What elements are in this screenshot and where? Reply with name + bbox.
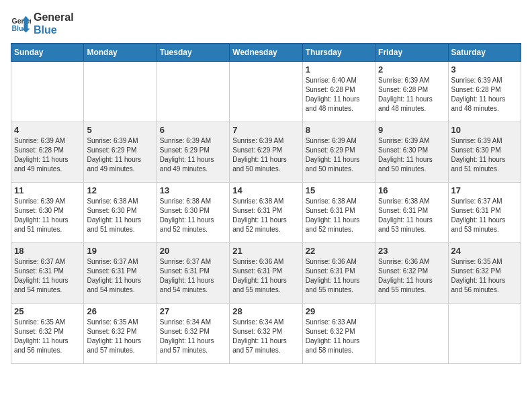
day-info: Sunrise: 6:37 AMSunset: 6:31 PMDaylight:… bbox=[87, 257, 153, 295]
day-number: 6 bbox=[160, 125, 226, 135]
calendar-cell: 19Sunrise: 6:37 AMSunset: 6:31 PMDayligh… bbox=[84, 243, 157, 304]
calendar-cell: 16Sunrise: 6:38 AMSunset: 6:31 PMDayligh… bbox=[375, 183, 448, 243]
calendar-cell: 10Sunrise: 6:39 AMSunset: 6:30 PMDayligh… bbox=[448, 122, 521, 183]
logo-text-line1: General bbox=[34, 11, 74, 24]
day-info: Sunrise: 6:39 AMSunset: 6:28 PMDaylight:… bbox=[378, 76, 445, 113]
calendar-cell: 29Sunrise: 6:33 AMSunset: 6:32 PMDayligh… bbox=[302, 304, 375, 364]
calendar-cell: 1Sunrise: 6:40 AMSunset: 6:28 PMDaylight… bbox=[302, 62, 375, 122]
calendar-header-row: SundayMondayTuesdayWednesdayThursdayFrid… bbox=[11, 44, 521, 62]
day-info: Sunrise: 6:39 AMSunset: 6:28 PMDaylight:… bbox=[14, 136, 81, 174]
calendar-cell: 25Sunrise: 6:35 AMSunset: 6:32 PMDayligh… bbox=[11, 304, 84, 364]
day-number: 24 bbox=[451, 246, 518, 256]
day-number: 16 bbox=[378, 185, 445, 195]
day-info: Sunrise: 6:39 AMSunset: 6:30 PMDaylight:… bbox=[14, 197, 81, 234]
calendar-cell: 6Sunrise: 6:39 AMSunset: 6:29 PMDaylight… bbox=[157, 122, 229, 183]
day-number: 17 bbox=[451, 185, 518, 195]
calendar-cell bbox=[230, 62, 302, 122]
calendar-cell: 9Sunrise: 6:39 AMSunset: 6:30 PMDaylight… bbox=[375, 122, 448, 183]
day-info: Sunrise: 6:38 AMSunset: 6:31 PMDaylight:… bbox=[306, 197, 372, 234]
header-monday: Monday bbox=[84, 44, 157, 62]
day-number: 15 bbox=[306, 185, 372, 195]
day-number: 10 bbox=[451, 125, 518, 135]
calendar-table: SundayMondayTuesdayWednesdayThursdayFrid… bbox=[11, 43, 521, 364]
day-number: 1 bbox=[306, 64, 372, 75]
header-tuesday: Tuesday bbox=[157, 44, 229, 62]
calendar-cell: 4Sunrise: 6:39 AMSunset: 6:28 PMDaylight… bbox=[11, 122, 84, 183]
day-info: Sunrise: 6:39 AMSunset: 6:28 PMDaylight:… bbox=[451, 76, 518, 113]
calendar-cell bbox=[375, 304, 448, 364]
logo: General Blue General Blue bbox=[11, 11, 74, 36]
calendar-cell: 14Sunrise: 6:38 AMSunset: 6:31 PMDayligh… bbox=[230, 183, 302, 243]
calendar-cell: 17Sunrise: 6:37 AMSunset: 6:31 PMDayligh… bbox=[448, 183, 521, 243]
logo-text-line2: Blue bbox=[34, 24, 74, 36]
day-number: 13 bbox=[160, 185, 226, 195]
logo-icon: General Blue bbox=[11, 13, 31, 34]
day-number: 19 bbox=[87, 246, 153, 256]
day-info: Sunrise: 6:38 AMSunset: 6:30 PMDaylight:… bbox=[160, 197, 226, 234]
day-info: Sunrise: 6:36 AMSunset: 6:31 PMDaylight:… bbox=[232, 257, 299, 295]
day-info: Sunrise: 6:35 AMSunset: 6:32 PMDaylight:… bbox=[14, 318, 81, 355]
calendar-cell: 15Sunrise: 6:38 AMSunset: 6:31 PMDayligh… bbox=[302, 183, 375, 243]
calendar-cell: 20Sunrise: 6:37 AMSunset: 6:31 PMDayligh… bbox=[157, 243, 229, 304]
page-header: General Blue General Blue bbox=[11, 11, 521, 36]
day-info: Sunrise: 6:39 AMSunset: 6:30 PMDaylight:… bbox=[378, 136, 445, 174]
header-sunday: Sunday bbox=[11, 44, 84, 62]
day-info: Sunrise: 6:35 AMSunset: 6:32 PMDaylight:… bbox=[87, 318, 153, 355]
calendar-cell: 8Sunrise: 6:39 AMSunset: 6:29 PMDaylight… bbox=[302, 122, 375, 183]
day-number: 25 bbox=[14, 306, 81, 316]
calendar-cell bbox=[157, 62, 229, 122]
day-info: Sunrise: 6:37 AMSunset: 6:31 PMDaylight:… bbox=[14, 257, 81, 295]
day-info: Sunrise: 6:39 AMSunset: 6:29 PMDaylight:… bbox=[87, 136, 153, 174]
day-number: 8 bbox=[306, 125, 372, 135]
day-info: Sunrise: 6:39 AMSunset: 6:29 PMDaylight:… bbox=[306, 136, 372, 174]
day-info: Sunrise: 6:36 AMSunset: 6:31 PMDaylight:… bbox=[306, 257, 372, 295]
day-number: 18 bbox=[14, 246, 81, 256]
day-info: Sunrise: 6:37 AMSunset: 6:31 PMDaylight:… bbox=[451, 197, 518, 234]
header-friday: Friday bbox=[375, 44, 448, 62]
day-info: Sunrise: 6:39 AMSunset: 6:29 PMDaylight:… bbox=[160, 136, 226, 174]
calendar-cell: 24Sunrise: 6:35 AMSunset: 6:32 PMDayligh… bbox=[448, 243, 521, 304]
day-info: Sunrise: 6:40 AMSunset: 6:28 PMDaylight:… bbox=[306, 76, 372, 113]
calendar-week-row: 25Sunrise: 6:35 AMSunset: 6:32 PMDayligh… bbox=[11, 304, 521, 364]
day-info: Sunrise: 6:38 AMSunset: 6:31 PMDaylight:… bbox=[232, 197, 299, 234]
calendar-cell bbox=[84, 62, 157, 122]
calendar-week-row: 18Sunrise: 6:37 AMSunset: 6:31 PMDayligh… bbox=[11, 243, 521, 304]
calendar-cell: 2Sunrise: 6:39 AMSunset: 6:28 PMDaylight… bbox=[375, 62, 448, 122]
day-info: Sunrise: 6:36 AMSunset: 6:32 PMDaylight:… bbox=[378, 257, 445, 295]
calendar-cell: 7Sunrise: 6:39 AMSunset: 6:29 PMDaylight… bbox=[230, 122, 302, 183]
day-number: 29 bbox=[306, 306, 372, 316]
day-number: 27 bbox=[160, 306, 226, 316]
calendar-cell: 26Sunrise: 6:35 AMSunset: 6:32 PMDayligh… bbox=[84, 304, 157, 364]
header-thursday: Thursday bbox=[302, 44, 375, 62]
calendar-cell: 28Sunrise: 6:34 AMSunset: 6:32 PMDayligh… bbox=[230, 304, 302, 364]
calendar-cell: 5Sunrise: 6:39 AMSunset: 6:29 PMDaylight… bbox=[84, 122, 157, 183]
calendar-cell bbox=[11, 62, 84, 122]
day-number: 22 bbox=[306, 246, 372, 256]
day-info: Sunrise: 6:37 AMSunset: 6:31 PMDaylight:… bbox=[160, 257, 226, 295]
calendar-week-row: 11Sunrise: 6:39 AMSunset: 6:30 PMDayligh… bbox=[11, 183, 521, 243]
calendar-week-row: 1Sunrise: 6:40 AMSunset: 6:28 PMDaylight… bbox=[11, 62, 521, 122]
header-saturday: Saturday bbox=[448, 44, 521, 62]
day-info: Sunrise: 6:33 AMSunset: 6:32 PMDaylight:… bbox=[306, 318, 372, 355]
calendar-cell: 27Sunrise: 6:34 AMSunset: 6:32 PMDayligh… bbox=[157, 304, 229, 364]
calendar-cell: 13Sunrise: 6:38 AMSunset: 6:30 PMDayligh… bbox=[157, 183, 229, 243]
day-number: 7 bbox=[232, 125, 299, 135]
day-number: 9 bbox=[378, 125, 445, 135]
day-number: 5 bbox=[87, 125, 153, 135]
day-number: 26 bbox=[87, 306, 153, 316]
header-wednesday: Wednesday bbox=[230, 44, 302, 62]
day-number: 28 bbox=[232, 306, 299, 316]
calendar-cell: 3Sunrise: 6:39 AMSunset: 6:28 PMDaylight… bbox=[448, 62, 521, 122]
day-number: 4 bbox=[14, 125, 81, 135]
calendar-cell bbox=[448, 304, 521, 364]
day-info: Sunrise: 6:38 AMSunset: 6:30 PMDaylight:… bbox=[87, 197, 153, 234]
day-number: 11 bbox=[14, 185, 81, 195]
calendar-cell: 12Sunrise: 6:38 AMSunset: 6:30 PMDayligh… bbox=[84, 183, 157, 243]
calendar-cell: 18Sunrise: 6:37 AMSunset: 6:31 PMDayligh… bbox=[11, 243, 84, 304]
day-info: Sunrise: 6:34 AMSunset: 6:32 PMDaylight:… bbox=[232, 318, 299, 355]
day-number: 20 bbox=[160, 246, 226, 256]
day-number: 14 bbox=[232, 185, 299, 195]
calendar-cell: 21Sunrise: 6:36 AMSunset: 6:31 PMDayligh… bbox=[230, 243, 302, 304]
day-info: Sunrise: 6:34 AMSunset: 6:32 PMDaylight:… bbox=[160, 318, 226, 355]
calendar-cell: 22Sunrise: 6:36 AMSunset: 6:31 PMDayligh… bbox=[302, 243, 375, 304]
